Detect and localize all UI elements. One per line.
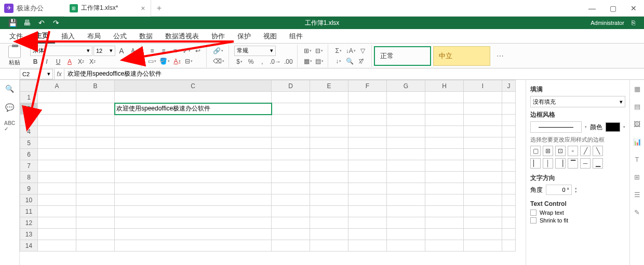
border-bottom-icon[interactable]: ▁: [593, 158, 603, 169]
increase-font-icon[interactable]: A: [116, 46, 127, 55]
cell-E9[interactable]: [310, 183, 348, 194]
cell-B5[interactable]: [76, 137, 115, 149]
border-none-icon[interactable]: ▫: [568, 146, 578, 156]
cell-H8[interactable]: [425, 172, 464, 183]
cell-H7[interactable]: [425, 160, 464, 172]
row-header-7[interactable]: 7: [20, 160, 38, 172]
wrap-text-button[interactable]: ↩: [193, 46, 203, 55]
angle-down-icon[interactable]: ▾: [575, 190, 577, 193]
superscript-button[interactable]: X2: [76, 57, 86, 66]
cell-J3[interactable]: [502, 115, 516, 126]
menu-view[interactable]: 视图: [257, 29, 283, 44]
sort-button[interactable]: ↓A: [345, 46, 357, 55]
cell-B6[interactable]: [76, 149, 115, 160]
col-header-F[interactable]: F: [348, 80, 387, 92]
settings-icon[interactable]: ⎘: [627, 17, 639, 29]
cell-G8[interactable]: [387, 172, 425, 183]
font-color-button[interactable]: A: [64, 57, 75, 66]
subscript-button[interactable]: X2: [87, 57, 98, 66]
cell-D6[interactable]: [272, 149, 310, 160]
cell-D14[interactable]: [272, 240, 310, 252]
italic-button[interactable]: I: [42, 57, 52, 66]
cell-I8[interactable]: [464, 172, 502, 183]
cell-D5[interactable]: [272, 137, 310, 149]
cell-D10[interactable]: [272, 194, 310, 206]
spreadsheet-grid[interactable]: A B C D E F G H I J 12欢迎使用speedoffice极速办…: [20, 80, 516, 252]
cell-A10[interactable]: [38, 194, 76, 206]
angle-input[interactable]: [546, 185, 572, 195]
cell-F8[interactable]: [348, 172, 387, 183]
cell-H10[interactable]: [425, 194, 464, 206]
col-header-D[interactable]: D: [272, 80, 310, 92]
cell-F13[interactable]: [348, 229, 387, 240]
cell-C13[interactable]: [115, 229, 272, 240]
document-tab[interactable]: ⊞ 工作簿1.xlsx* ×: [64, 0, 151, 17]
menu-components[interactable]: 组件: [283, 29, 309, 44]
cell-F7[interactable]: [348, 160, 387, 172]
hyperlink-button[interactable]: 🔗: [212, 46, 224, 55]
cell-C8[interactable]: [115, 172, 272, 183]
cell-J5[interactable]: [502, 137, 516, 149]
cell-settings-icon[interactable]: ▦: [633, 84, 642, 93]
border-inside-icon[interactable]: ⊡: [555, 146, 566, 156]
cell-J8[interactable]: [502, 172, 516, 183]
cell-B10[interactable]: [76, 194, 115, 206]
col-header-J[interactable]: J: [502, 80, 516, 92]
cell-style-normal[interactable]: 正常: [374, 46, 431, 66]
print-icon[interactable]: 🖶: [20, 17, 34, 29]
row-header-8[interactable]: 8: [20, 172, 38, 183]
cell-I3[interactable]: [464, 115, 502, 126]
cell-F14[interactable]: [348, 240, 387, 252]
cell-style-neutral[interactable]: 中立: [433, 46, 490, 66]
image-settings-icon[interactable]: 🖼: [633, 119, 642, 129]
cell-B4[interactable]: [76, 126, 115, 137]
cell-B8[interactable]: [76, 172, 115, 183]
cell-F10[interactable]: [348, 194, 387, 206]
font-color-dd[interactable]: A: [172, 57, 182, 66]
border-line-preview[interactable]: [530, 121, 582, 133]
decrease-font-icon[interactable]: A: [128, 46, 138, 55]
cell-A8[interactable]: [38, 172, 76, 183]
cell-I12[interactable]: [464, 217, 502, 229]
minimize-button[interactable]: —: [582, 0, 602, 17]
cell-E12[interactable]: [310, 217, 348, 229]
cell-D12[interactable]: [272, 217, 310, 229]
orientation-button[interactable]: ⤢: [181, 46, 192, 55]
border-hmid-icon[interactable]: ─: [580, 158, 591, 169]
cell-C6[interactable]: [115, 149, 272, 160]
cell-H1[interactable]: [425, 92, 464, 103]
menu-collab[interactable]: 协作: [205, 29, 231, 44]
cell-G4[interactable]: [387, 126, 425, 137]
cell-B14[interactable]: [76, 240, 115, 252]
cell-J4[interactable]: [502, 126, 516, 137]
cell-G10[interactable]: [387, 194, 425, 206]
cell-C14[interactable]: [115, 240, 272, 252]
row-header-5[interactable]: 5: [20, 137, 38, 149]
border-button[interactable]: ▭: [147, 57, 157, 66]
cell-G13[interactable]: [387, 229, 425, 240]
cell-H2[interactable]: [425, 103, 464, 115]
name-box[interactable]: C2▾: [20, 69, 53, 79]
menu-file[interactable]: 文件: [3, 29, 29, 44]
fill-down-button[interactable]: ↓: [333, 57, 344, 66]
cell-D2[interactable]: [272, 103, 310, 115]
save-icon[interactable]: 💾: [5, 17, 20, 29]
row-header-1[interactable]: 1: [20, 92, 38, 103]
merge-button[interactable]: ⊟: [183, 57, 194, 66]
cell-A4[interactable]: [38, 126, 76, 137]
cell-I4[interactable]: [464, 126, 502, 137]
menu-layout[interactable]: 布局: [81, 29, 107, 44]
cell-E5[interactable]: [310, 137, 348, 149]
cell-F6[interactable]: [348, 149, 387, 160]
cell-A11[interactable]: [38, 206, 76, 217]
cell-D9[interactable]: [272, 183, 310, 194]
cell-I7[interactable]: [464, 160, 502, 172]
cell-B11[interactable]: [76, 206, 115, 217]
cell-C10[interactable]: [115, 194, 272, 206]
cell-B12[interactable]: [76, 217, 115, 229]
border-outer-icon[interactable]: ▢: [530, 146, 541, 156]
formula-input[interactable]: [65, 69, 644, 79]
autosum-button[interactable]: Σ: [333, 46, 344, 55]
cell-E10[interactable]: [310, 194, 348, 206]
cell-G5[interactable]: [387, 137, 425, 149]
